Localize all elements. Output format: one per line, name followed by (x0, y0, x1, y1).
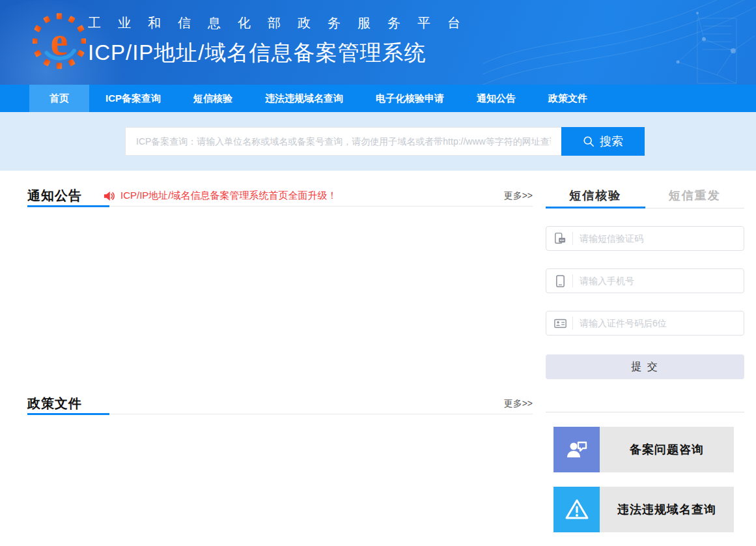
nav-item-policy-files[interactable]: 政策文件 (532, 85, 604, 112)
panel-divider (546, 412, 744, 412)
consult-chat-icon (553, 427, 600, 472)
quick-link-body: 违法违规域名查询 (600, 487, 734, 532)
field-divider (572, 232, 573, 245)
header-network-decoration (483, 0, 756, 85)
policy-section-header: 政策文件 更多>> (27, 395, 533, 414)
search-input[interactable] (125, 127, 561, 156)
notice-item-text[interactable]: ICP/IP地址/域名信息备案管理系统首页全面升级！ (120, 190, 337, 202)
sms-code-field (546, 226, 744, 251)
sms-code-icon (553, 233, 567, 244)
id-number-field (546, 311, 744, 336)
sms-panel-tabs: 短信核验 短信重发 (546, 188, 744, 208)
miit-logo: e (33, 13, 86, 69)
field-divider (572, 317, 573, 330)
id-card-icon (553, 319, 567, 328)
quick-link-label: 违法违规域名查询 (617, 502, 716, 517)
policy-section-title: 政策文件 (27, 395, 82, 412)
notice-section-header: 通知公告 ICP/IP地址/域名信息备案管理系统首页全面升级！ 更多>> (27, 188, 533, 207)
platform-title: 工业和信息化部政务服务平台 (88, 14, 477, 32)
submit-button[interactable]: 提 交 (546, 354, 744, 379)
filing-consult-button[interactable]: 备案问题咨询 (553, 427, 734, 472)
nav-item-electronic-verification[interactable]: 电子化核验申请 (359, 85, 460, 112)
header-titles: 工业和信息化部政务服务平台 ICP/IP地址/域名信息备案管理系统 (88, 14, 477, 68)
site-header: e 工业和信息化部政务服务平台 ICP/IP地址/域名信息备案管理系统 (0, 0, 756, 85)
field-divider (572, 274, 573, 287)
mobile-number-field (546, 268, 744, 293)
search-button[interactable]: 搜索 (561, 127, 645, 156)
tab-sms-resend[interactable]: 短信重发 (645, 188, 745, 208)
nav-item-home[interactable]: 首页 (29, 85, 89, 112)
main-content: 通知公告 ICP/IP地址/域名信息备案管理系统首页全面升级！ 更多>> 政策文… (0, 171, 756, 532)
tab-sms-verify[interactable]: 短信核验 (546, 188, 645, 208)
notice-section-title: 通知公告 (27, 187, 82, 205)
nav-item-notices[interactable]: 通知公告 (460, 85, 532, 112)
notice-more-link[interactable]: 更多>> (504, 190, 533, 202)
main-nav: 首页 ICP备案查询 短信核验 违法违规域名查询 电子化核验申请 通知公告 政策… (0, 85, 756, 112)
policy-more-link[interactable]: 更多>> (504, 398, 533, 410)
nav-item-icp-query[interactable]: ICP备案查询 (89, 85, 177, 112)
svg-text:e: e (51, 20, 68, 63)
sms-verification-panel: 短信核验 短信重发 (546, 188, 744, 532)
quick-link-body: 备案问题咨询 (600, 427, 734, 472)
mobile-number-input[interactable] (580, 276, 737, 286)
search-button-label: 搜索 (600, 134, 623, 149)
notice-list-area (27, 207, 533, 395)
id-number-input[interactable] (580, 318, 737, 328)
notice-item[interactable]: ICP/IP地址/域名信息备案管理系统首页全面升级！ (103, 190, 337, 202)
speaker-icon (103, 191, 115, 201)
icp-beian-homepage: e 工业和信息化部政务服务平台 ICP/IP地址/域名信息备案管理系统 首页 I… (0, 0, 756, 546)
quick-link-label: 备案问题咨询 (630, 442, 704, 457)
left-column: 通知公告 ICP/IP地址/域名信息备案管理系统首页全面升级！ 更多>> 政策文… (27, 188, 533, 532)
search-box: 搜索 (125, 112, 645, 156)
warning-icon (553, 487, 600, 532)
search-icon (583, 136, 595, 147)
sms-code-input[interactable] (580, 233, 737, 244)
nav-item-sms-verify[interactable]: 短信核验 (177, 85, 249, 112)
nav-item-illegal-domain-query[interactable]: 违法违规域名查询 (249, 85, 359, 112)
illegal-domain-query-button[interactable]: 违法违规域名查询 (553, 487, 734, 532)
system-title: ICP/IP地址/域名信息备案管理系统 (88, 38, 477, 68)
mobile-icon (553, 275, 567, 287)
search-section: 搜索 (0, 112, 756, 171)
